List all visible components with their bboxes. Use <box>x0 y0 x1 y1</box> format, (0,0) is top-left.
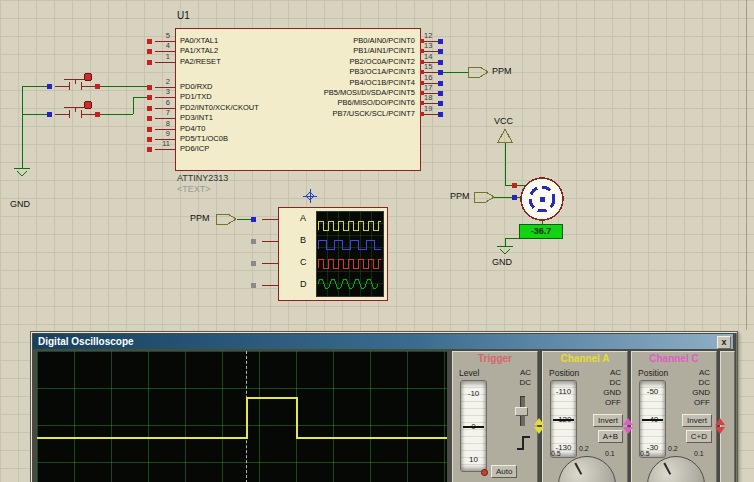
channel-c-combine-button[interactable]: C+D <box>686 430 712 443</box>
channel-a-position-wheel[interactable]: -110 -120 -130 <box>550 380 577 458</box>
scope-input-label: C <box>300 257 307 267</box>
button-actuator-icon <box>84 73 92 81</box>
pin-name: PD0/RXD <box>180 82 213 91</box>
terminal-ppm-scope-icon[interactable] <box>216 214 236 224</box>
trace-segment <box>37 437 247 439</box>
chip-value: ATTINY2313 <box>177 173 228 183</box>
coupling-off[interactable]: OFF <box>694 398 710 407</box>
window-title: Digital Oscilloscope <box>38 336 134 347</box>
pin-number: 6 <box>154 98 170 107</box>
pin-name: PB6/MISO/DO/PCINT6 <box>281 98 415 107</box>
coupling-off[interactable]: OFF <box>605 398 621 407</box>
terminal-ppm-pin15-icon[interactable] <box>468 67 488 77</box>
dial-scale-label: 0.1 <box>694 450 704 457</box>
origin-marker-icon <box>303 189 317 203</box>
wheel-value: -110 <box>551 387 576 396</box>
servo-angle-readout: -36.7 <box>519 224 563 239</box>
pin-number: 4 <box>154 41 170 50</box>
oscilloscope-window: Digital Oscilloscope x Trigger Level AC … <box>30 331 738 482</box>
terminal-ppm-servo-icon[interactable] <box>474 192 494 202</box>
channel-a-invert-button[interactable]: Invert <box>593 414 623 427</box>
channel-a-position-cursor-icon[interactable] <box>534 418 544 434</box>
trace-segment <box>246 397 298 399</box>
coupling-dc[interactable]: DC <box>609 378 621 387</box>
pin-name: PA1/XTAL2 <box>180 46 218 55</box>
button-actuator-icon <box>84 101 92 109</box>
channel-c-invert-button[interactable]: Invert <box>682 414 712 427</box>
pin-number: 1 <box>154 52 170 61</box>
dial-scale-label: 0.2 <box>579 445 589 452</box>
wheel-marker <box>642 419 663 421</box>
coupling-dc[interactable]: DC <box>698 378 710 387</box>
pin-number: 19 <box>424 104 432 113</box>
scope-component[interactable] <box>251 207 387 300</box>
pin-name: PB0/AIN0/PCINT0 <box>281 36 415 45</box>
servo-motor[interactable] <box>512 178 563 220</box>
channel-c-header: Channel C <box>632 353 716 364</box>
pin-name: PD4/T0 <box>180 124 205 133</box>
coupling-ac[interactable]: AC <box>520 368 531 377</box>
pin-number: 5 <box>154 31 170 40</box>
channel-a-volts-knob[interactable] <box>558 456 616 482</box>
pin-number: 8 <box>154 119 170 128</box>
pin-number: 2 <box>154 77 170 86</box>
scope-input-label: B <box>300 235 306 245</box>
channel-a-combine-button[interactable]: A+B <box>598 430 623 443</box>
pin-name: PB4/OC1B/PCINT4 <box>281 78 415 87</box>
position-label: Position <box>549 368 579 378</box>
oscilloscope-screen <box>37 351 447 482</box>
pin-name: PB1/AIN1/PCINT1 <box>281 46 415 55</box>
trigger-edge-icon[interactable] <box>517 436 531 450</box>
window-titlebar[interactable]: Digital Oscilloscope x <box>33 334 733 349</box>
close-button[interactable]: x <box>717 336 731 349</box>
gnd-symbol-left-icon <box>14 168 30 176</box>
chip-ref: U1 <box>177 10 190 21</box>
trigger-panel: Trigger Level AC DC -10 0 10 Auto <box>452 351 538 482</box>
trigger-panel-header: Trigger <box>453 353 537 364</box>
trigger-coupling-slider-thumb[interactable] <box>515 407 528 416</box>
trigger-level-wheel[interactable]: -10 0 10 <box>460 380 487 472</box>
wheel-marker <box>463 426 484 428</box>
channel-c-position-wheel[interactable]: -50 -40 -30 <box>639 380 666 458</box>
coupling-ac[interactable]: AC <box>610 368 621 377</box>
pin-number: 16 <box>424 73 432 82</box>
position-label: Position <box>638 368 668 378</box>
chip-text-placeholder: <TEXT> <box>177 184 211 194</box>
channel-c-volts-knob[interactable] <box>647 456 705 482</box>
pin-name: PD6/ICP <box>180 144 209 153</box>
pin-number: 11 <box>154 139 170 148</box>
wheel-marker <box>553 419 574 421</box>
pin-name: PB3/OC1A/PCINT3 <box>281 67 415 76</box>
pin-name: PD3/INT1 <box>180 113 213 122</box>
pin-name: PB5/MOSI/DI/SDA/PCINT5 <box>281 88 415 97</box>
pin-number: 14 <box>424 52 432 61</box>
sheet-border <box>746 0 747 330</box>
close-icon: x <box>721 337 726 347</box>
pin-number: 3 <box>154 87 170 96</box>
trace-segment <box>246 397 248 439</box>
level-label: Level <box>459 368 479 378</box>
terminal-label-gnd: GND <box>492 257 512 267</box>
push-button-2[interactable] <box>47 101 100 118</box>
push-button-1[interactable] <box>47 73 100 90</box>
trigger-auto-button[interactable]: Auto <box>491 465 517 478</box>
pin-number: 15 <box>424 62 432 71</box>
coupling-dc[interactable]: DC <box>519 378 531 387</box>
pin-name: PB2/OC0A/PCINT2 <box>281 57 415 66</box>
vcc-terminal-icon[interactable] <box>498 129 512 142</box>
pin-name: PB7/USCK/SCL/PCINT7 <box>281 109 415 118</box>
pin-name: PD2/INT0/XCK/CKOUT <box>180 103 259 112</box>
dial-scale-label: 0.1 <box>605 450 615 457</box>
scope-input-label: A <box>300 213 306 223</box>
channel-d-position-cursor-icon[interactable] <box>715 418 725 434</box>
coupling-gnd[interactable]: GND <box>692 388 710 397</box>
channel-d-panel-partial <box>720 351 735 482</box>
coupling-ac[interactable]: AC <box>699 368 710 377</box>
coupling-gnd[interactable]: GND <box>603 388 621 397</box>
channel-c-position-cursor-icon[interactable] <box>623 418 633 434</box>
pin-number: 17 <box>424 83 432 92</box>
pin-name: PD1/TXD <box>180 92 212 101</box>
proteus-canvas: U1 5 4 1 2 3 6 7 8 9 11 PA0/XTAL1 PA1/XT… <box>0 0 754 482</box>
pin-number: 18 <box>424 93 432 102</box>
scope-input-label: D <box>300 279 307 289</box>
